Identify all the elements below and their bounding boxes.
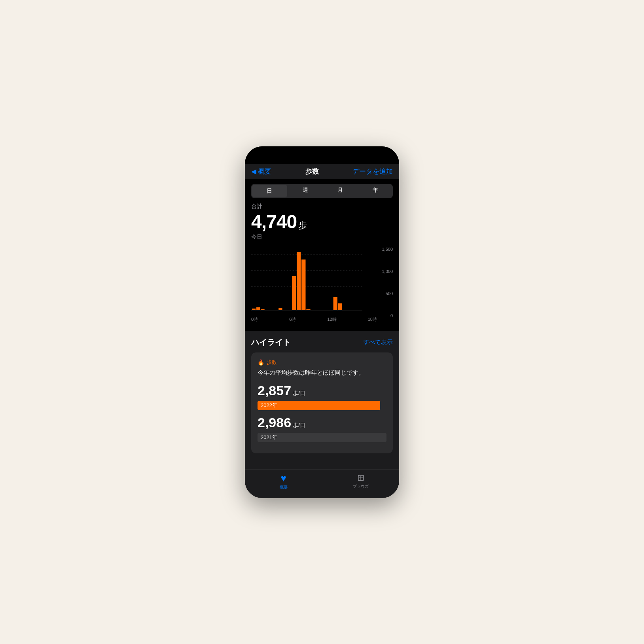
current-steps-count: 2,857 bbox=[258, 383, 291, 398]
steps-count: 4,740 bbox=[251, 211, 297, 233]
previous-steps-count: 2,986 bbox=[258, 415, 291, 430]
tab-browse[interactable]: ⊞ ブラウズ bbox=[322, 473, 399, 490]
y-label-1000: 1,000 bbox=[382, 269, 393, 274]
current-year-value: 2,857 歩/日 bbox=[258, 383, 386, 398]
back-label: 概要 bbox=[258, 167, 271, 176]
add-data-button[interactable]: データを追加 bbox=[352, 167, 393, 176]
svg-rect-9 bbox=[297, 252, 301, 310]
chart-container: 0時 6時 12時 18時 1,500 1,000 500 0 bbox=[245, 244, 399, 326]
back-button[interactable]: ◀ 概要 bbox=[251, 167, 271, 176]
period-selector: 日 週 月 年 bbox=[251, 184, 393, 198]
svg-rect-7 bbox=[278, 308, 282, 310]
current-year-label: 2022年 bbox=[261, 402, 277, 409]
stats-value: 4,740 歩 bbox=[251, 211, 393, 233]
steps-unit: 歩 bbox=[298, 220, 307, 231]
nav-title: 歩数 bbox=[305, 167, 319, 176]
previous-year-label: 2021年 bbox=[261, 434, 277, 441]
stats-section: 合計 4,740 歩 今日 bbox=[245, 203, 399, 244]
y-axis: 1,500 1,000 500 0 bbox=[377, 247, 393, 326]
previous-bar-fill: 2021年 bbox=[258, 433, 386, 442]
status-bar bbox=[245, 146, 399, 164]
svg-rect-11 bbox=[306, 309, 310, 310]
flame-icon: 🔥 bbox=[258, 359, 264, 366]
nav-bar: ◀ 概要 歩数 データを追加 bbox=[245, 164, 399, 179]
bar-chart bbox=[251, 247, 377, 318]
previous-year-stat: 2,986 歩/日 2021年 bbox=[258, 415, 386, 442]
svg-rect-12 bbox=[333, 297, 337, 310]
metric-name: 歩数 bbox=[267, 359, 277, 366]
chart-area: 0時 6時 12時 18時 1,500 1,000 500 0 bbox=[251, 247, 393, 326]
svg-rect-4 bbox=[252, 309, 256, 310]
svg-rect-10 bbox=[301, 259, 305, 310]
card-metric-label: 🔥 歩数 bbox=[258, 359, 386, 366]
current-year-stat: 2,857 歩/日 2022年 bbox=[258, 383, 386, 410]
highlights-header: ハイライト すべて表示 bbox=[251, 337, 393, 348]
stats-label: 合計 bbox=[251, 203, 393, 210]
previous-year-value: 2,986 歩/日 bbox=[258, 415, 386, 430]
tab-summary[interactable]: ♥ 概要 bbox=[245, 473, 322, 490]
svg-rect-13 bbox=[338, 303, 342, 310]
svg-rect-8 bbox=[292, 276, 296, 310]
y-label-0: 0 bbox=[390, 313, 393, 318]
grid-icon: ⊞ bbox=[357, 473, 364, 483]
previous-steps-unit: 歩/日 bbox=[293, 422, 305, 429]
back-chevron-icon: ◀ bbox=[251, 167, 256, 176]
y-label-500: 500 bbox=[386, 291, 393, 296]
period-week-button[interactable]: 週 bbox=[288, 184, 323, 198]
content-area: 日 週 月 年 合計 4,740 歩 今日 bbox=[245, 179, 399, 469]
period-day-button[interactable]: 日 bbox=[252, 185, 287, 197]
previous-bar-track: 2021年 bbox=[258, 433, 386, 442]
x-label-12h: 12時 bbox=[327, 316, 336, 322]
svg-rect-6 bbox=[261, 309, 264, 310]
stats-date: 今日 bbox=[251, 233, 393, 241]
tab-summary-label: 概要 bbox=[280, 485, 288, 490]
y-label-1500: 1,500 bbox=[382, 247, 393, 252]
highlight-card: 🔥 歩数 今年の平均歩数は昨年とほぼ同じです。 2,857 歩/日 2022年 bbox=[251, 352, 393, 453]
x-label-0h: 0時 bbox=[251, 316, 258, 322]
x-label-6h: 6時 bbox=[289, 316, 296, 322]
card-description: 今年の平均歩数は昨年とほぼ同じです。 bbox=[258, 369, 386, 377]
current-bar-track: 2022年 bbox=[258, 401, 386, 410]
current-steps-unit: 歩/日 bbox=[293, 390, 305, 397]
svg-rect-5 bbox=[256, 307, 260, 310]
period-year-button[interactable]: 年 bbox=[358, 184, 393, 198]
show-all-button[interactable]: すべて表示 bbox=[363, 339, 393, 346]
x-label-18h: 18時 bbox=[368, 316, 377, 322]
highlights-section: ハイライト すべて表示 🔥 歩数 今年の平均歩数は昨年とほぼ同じです。 2,85… bbox=[245, 331, 399, 460]
tab-bar: ♥ 概要 ⊞ ブラウズ bbox=[245, 469, 399, 498]
period-month-button[interactable]: 月 bbox=[323, 184, 358, 198]
highlights-title: ハイライト bbox=[251, 337, 291, 348]
phone-frame: ◀ 概要 歩数 データを追加 日 週 月 年 合計 4,740 歩 今日 bbox=[245, 146, 399, 498]
heart-icon: ♥ bbox=[280, 473, 286, 484]
tab-browse-label: ブラウズ bbox=[353, 484, 369, 489]
current-bar-fill: 2022年 bbox=[258, 401, 380, 410]
